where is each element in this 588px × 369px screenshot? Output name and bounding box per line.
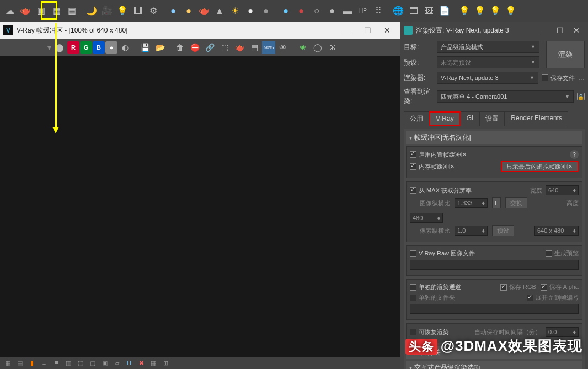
minimize-button[interactable]: — bbox=[338, 23, 357, 38]
rs-titlebar[interactable]: 渲染设置: V-Ray Next, update 3 — ☐ ✕ bbox=[400, 22, 588, 39]
red-channel-button[interactable]: R bbox=[67, 41, 79, 54]
tab-render-elements[interactable]: Render Elements bbox=[505, 111, 568, 126]
raw-check[interactable]: V-Ray Raw 图像文件 bbox=[410, 249, 475, 258]
view-select[interactable]: 四元菜单 4 - Camera001▼ bbox=[437, 90, 574, 103]
doc-icon[interactable]: 📄 bbox=[437, 3, 452, 19]
camera-icon[interactable]: 🎥 bbox=[99, 3, 115, 19]
sb-icon-1[interactable]: ▦ bbox=[2, 358, 13, 368]
from-max-check[interactable]: 从 MAX 获取分辨率 bbox=[410, 186, 472, 195]
green-channel-button[interactable]: G bbox=[80, 41, 92, 54]
teapot-icon[interactable]: 🫖 bbox=[18, 3, 33, 19]
region-icon[interactable]: ⬚ bbox=[217, 40, 232, 55]
fifty-button[interactable]: 50% bbox=[262, 41, 275, 54]
stop-icon[interactable]: ⛔ bbox=[188, 40, 202, 55]
sphere1-icon[interactable]: ● bbox=[165, 3, 181, 19]
moon-icon[interactable]: 🌙 bbox=[84, 3, 99, 19]
ball2-icon[interactable]: ● bbox=[258, 3, 274, 19]
cone-icon[interactable]: ▲ bbox=[212, 3, 227, 19]
channel-dropdown[interactable]: ▾ bbox=[2, 40, 52, 55]
sb-icon-2[interactable]: ▤ bbox=[14, 358, 25, 368]
tab-settings[interactable]: 设置 bbox=[479, 111, 505, 126]
sep-folder-check[interactable]: 单独的文件夹 bbox=[410, 293, 455, 302]
swirl-icon[interactable]: ֎ bbox=[325, 40, 340, 55]
save-icon[interactable]: 💾 bbox=[138, 40, 152, 55]
save-rgb-check[interactable]: 保存 RGB bbox=[500, 283, 536, 291]
sep-path-input[interactable] bbox=[410, 304, 579, 314]
clear-icon[interactable]: 🗑 bbox=[173, 40, 187, 55]
sb-icon-12[interactable]: ✖ bbox=[136, 358, 147, 368]
resumable-check[interactable]: 可恢复渲染 bbox=[410, 328, 449, 336]
preset-btn[interactable]: 预设 bbox=[492, 225, 514, 236]
sb-icon-10[interactable]: ▱ bbox=[111, 358, 122, 368]
leaf-icon[interactable]: ❀ bbox=[296, 40, 310, 55]
sb-icon-7[interactable]: ⬚ bbox=[75, 358, 86, 368]
savefile-check[interactable]: 保存文件 bbox=[542, 74, 575, 82]
sep-ch-check[interactable]: 单独的渲染通道 bbox=[410, 283, 461, 291]
close-button[interactable]: ✕ bbox=[377, 23, 397, 38]
eye-icon[interactable]: 👁 bbox=[276, 40, 290, 55]
expand-check[interactable]: 展开 # 到帧编号 bbox=[527, 293, 579, 302]
sb-icon-4[interactable]: ≡ bbox=[39, 358, 50, 368]
sun-icon[interactable]: ☀ bbox=[227, 3, 243, 19]
folder-icon[interactable]: 📂 bbox=[153, 40, 167, 55]
bulb3-icon[interactable]: 💡 bbox=[488, 3, 503, 19]
frame-icon[interactable]: ▦ bbox=[49, 3, 64, 19]
height-spinner[interactable]: 480♦ bbox=[410, 213, 443, 223]
cyl-icon[interactable]: ▬ bbox=[340, 3, 355, 19]
show-last-vfb-button[interactable]: 显示最后的虚拟帧缓冲区 bbox=[501, 161, 579, 172]
sb-icon-13[interactable]: ▦ bbox=[148, 358, 159, 368]
renderer-select[interactable]: V-Ray Next, update 3▼ bbox=[437, 72, 538, 84]
layout-icon[interactable]: ▤ bbox=[64, 3, 79, 19]
teapot3-icon[interactable]: 🫖 bbox=[232, 40, 247, 55]
grid-icon[interactable]: ▦ bbox=[247, 40, 261, 55]
teapot2-icon[interactable]: 🫖 bbox=[196, 3, 212, 19]
sb-icon-5[interactable]: ≣ bbox=[51, 358, 62, 368]
sb-icon-14[interactable]: ⊞ bbox=[160, 358, 171, 368]
enable-vfb-check[interactable]: 启用内置帧缓冲区 bbox=[410, 151, 467, 159]
help-icon[interactable]: ? bbox=[570, 150, 579, 159]
sb-icon-3[interactable]: ▮ bbox=[26, 358, 38, 368]
sphere2-icon[interactable]: ● bbox=[181, 3, 196, 19]
circle-icon[interactable]: ◯ bbox=[311, 40, 325, 55]
sb-icon-11[interactable]: H bbox=[124, 358, 135, 368]
vfb-titlebar[interactable]: V V-Ray 帧缓冲区 - [100% of 640 x 480] — ☐ ✕ bbox=[0, 22, 400, 39]
width-spinner[interactable]: 640♦ bbox=[546, 185, 579, 195]
pic-icon[interactable]: 🖼 bbox=[421, 3, 437, 19]
raw-path-input[interactable] bbox=[410, 260, 579, 270]
sb-icon-9[interactable]: ▣ bbox=[99, 358, 110, 368]
link-icon[interactable]: 🔗 bbox=[202, 40, 217, 55]
dots-icon[interactable]: ⠿ bbox=[371, 3, 386, 19]
globe-icon[interactable]: 🌐 bbox=[391, 3, 406, 19]
gear-icon[interactable]: ⚙ bbox=[146, 3, 161, 19]
dot2-icon[interactable]: ● bbox=[293, 3, 309, 19]
gen-preview-check[interactable]: 生成预览 bbox=[546, 249, 579, 258]
tab-common[interactable]: 公用 bbox=[404, 111, 429, 126]
dot4-icon[interactable]: ● bbox=[324, 3, 340, 19]
ball-icon[interactable]: ● bbox=[243, 3, 258, 19]
vfb-viewport[interactable] bbox=[0, 56, 400, 369]
reel-icon[interactable]: 🎞 bbox=[130, 3, 146, 19]
dot3-icon[interactable]: ○ bbox=[309, 3, 324, 19]
sb-icon-6[interactable]: ▥ bbox=[63, 358, 74, 368]
rgb-icon[interactable]: ⬤ bbox=[52, 40, 67, 55]
swap-button[interactable]: 交换 bbox=[505, 197, 527, 208]
rs-minimize-button[interactable]: — bbox=[535, 23, 552, 38]
mono-icon[interactable]: ◐ bbox=[118, 40, 132, 55]
l-button[interactable]: L bbox=[492, 197, 501, 208]
lock-icon[interactable]: 🔒 bbox=[577, 93, 585, 100]
px-aspect-spinner[interactable]: 1.0♦ bbox=[455, 226, 488, 236]
rollout-ipr[interactable]: 交互式产品级渲染选项 bbox=[406, 361, 582, 369]
dot1-icon[interactable]: ● bbox=[278, 3, 293, 19]
savefile-browse-icon[interactable]: … bbox=[578, 74, 585, 82]
card-icon[interactable]: 🗔 bbox=[406, 3, 421, 19]
tab-vray[interactable]: V-Ray bbox=[429, 111, 461, 126]
autosave-spinner[interactable]: 0.0♦ bbox=[546, 327, 579, 337]
img-aspect-spinner[interactable]: 1.333♦ bbox=[455, 198, 488, 208]
cloud-icon[interactable]: ☁ bbox=[2, 3, 18, 19]
target-select[interactable]: 产品级渲染模式▼ bbox=[437, 41, 539, 53]
mem-fb-check[interactable]: 内存帧缓冲区 bbox=[410, 163, 455, 171]
rollout-framebuffer[interactable]: 帧缓冲区[无名汉化] bbox=[406, 131, 582, 144]
render-button[interactable]: 渲染 bbox=[546, 41, 585, 68]
tab-gi[interactable]: GI bbox=[461, 111, 480, 126]
hp-icon[interactable]: HP bbox=[355, 3, 371, 19]
